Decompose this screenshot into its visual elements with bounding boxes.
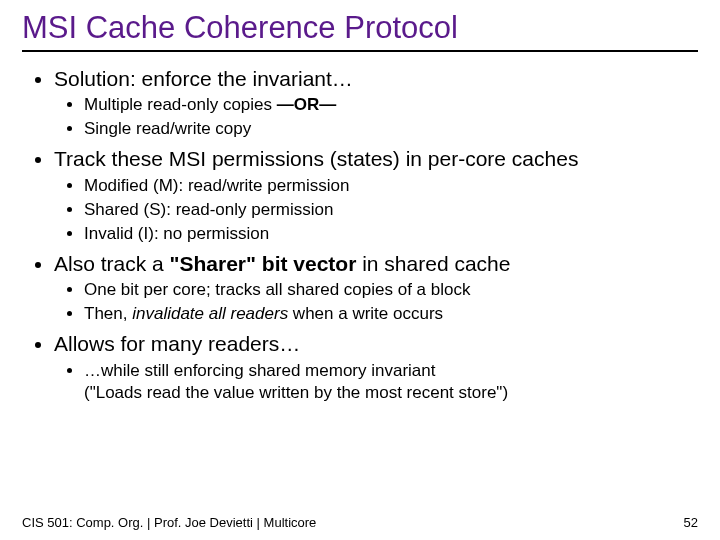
l1-item-solution: Solution: enforce the invariant… [54,66,698,92]
invalidate-readers: invalidate all readers [132,304,288,323]
l2-item: Then, invalidate all readers when a writ… [84,303,698,325]
l2-item: Shared (S): read-only permission [84,199,698,221]
sublist-states: Modified (M): read/write permission Shar… [62,175,698,245]
text: …while still enforcing shared memory inv… [84,361,435,380]
text: when a write occurs [288,304,443,323]
slide: MSI Cache Coherence Protocol Solution: e… [0,0,720,540]
l1-item-allows: Allows for many readers… [54,331,698,357]
l2-item: Modified (M): read/write permission [84,175,698,197]
l2-item: Single read/write copy [84,118,698,140]
l1-item-track: Track these MSI permissions (states) in … [54,146,698,172]
sharer-bit-vector: "Sharer" bit vector [170,252,357,275]
text: Multiple read-only copies [84,95,272,114]
footer-text: CIS 501: Comp. Org. | Prof. Joe Devietti… [22,515,316,530]
title-rule [22,50,698,52]
sublist-allows: …while still enforcing shared memory inv… [62,360,698,404]
l1-item-also: Also track a "Sharer" bit vector in shar… [54,251,698,277]
l2-item: One bit per core; tracks all shared copi… [84,279,698,301]
slide-title: MSI Cache Coherence Protocol [22,10,698,46]
l2-item: …while still enforcing shared memory inv… [84,360,698,404]
or-text: —OR— [272,95,336,114]
bullet-list-level1: Solution: enforce the invariant… Multipl… [32,66,698,404]
sublist-sharer: One bit per core; tracks all shared copi… [62,279,698,325]
text: ("Loads read the value written by the mo… [84,383,508,402]
text: Also track a [54,252,170,275]
l2-item: Invalid (I): no permission [84,223,698,245]
l2-item: Multiple read-only copies —OR— [84,94,698,116]
text: Then, [84,304,132,323]
sublist-solution: Multiple read-only copies —OR— Single re… [62,94,698,140]
text: in shared cache [356,252,510,275]
page-number: 52 [684,515,698,530]
